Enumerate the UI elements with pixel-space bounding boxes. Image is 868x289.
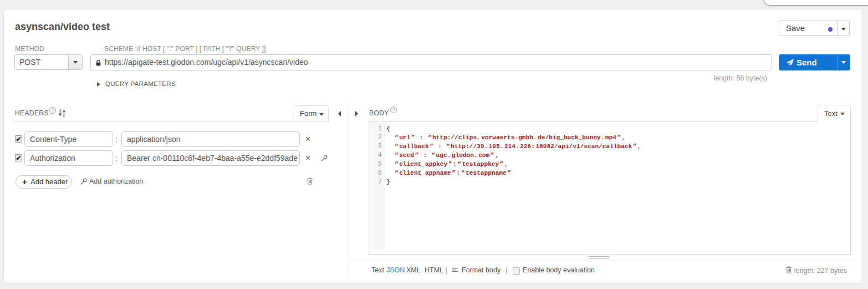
svg-text:Z: Z [63,113,65,117]
svg-text:A: A [63,109,65,113]
